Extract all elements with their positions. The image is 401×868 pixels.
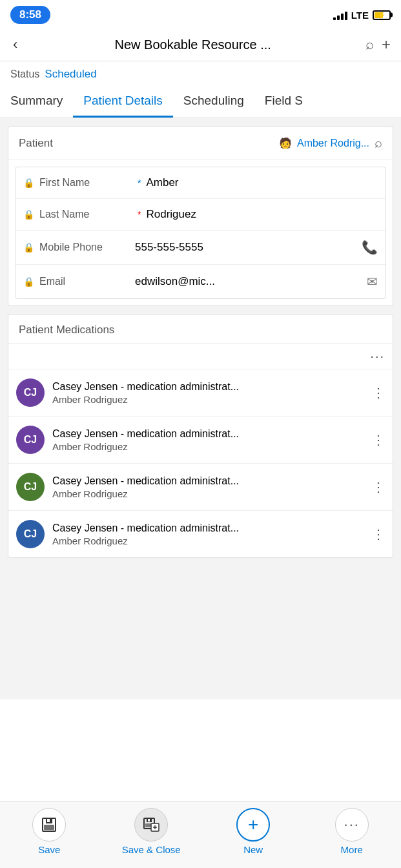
field-value-lastname[interactable]: Rodriguez — [146, 208, 378, 221]
save-icon — [40, 816, 58, 834]
save-close-label: Save & Close — [122, 844, 181, 855]
status-row: Status Scheduled — [0, 61, 401, 86]
person-icon: 🧑 — [279, 137, 292, 149]
field-label-email: Email — [39, 276, 130, 287]
avatar-1: CJ — [16, 426, 45, 454]
lock-icon-lastname: 🔒 — [23, 209, 34, 220]
new-plus-icon: + — [248, 814, 258, 835]
tab-summary[interactable]: Summary — [0, 86, 73, 118]
lock-icon-email: 🔒 — [23, 276, 34, 287]
med-options-3[interactable]: ⋮ — [372, 526, 385, 542]
add-button[interactable]: + — [382, 36, 391, 54]
svg-rect-2 — [44, 825, 54, 830]
patient-label: Patient — [19, 137, 53, 150]
med-patient-2: Amber Rodriguez — [52, 488, 364, 499]
med-item-1: CJ Casey Jensen - medication administrat… — [8, 417, 393, 464]
more-action[interactable]: ··· More — [326, 808, 378, 855]
new-label: New — [243, 844, 263, 855]
lock-icon-phone: 🔒 — [23, 242, 34, 253]
status-value[interactable]: Scheduled — [45, 68, 96, 81]
med-patient-3: Amber Rodriguez — [52, 535, 364, 546]
signal-icon — [333, 10, 347, 20]
main-content: Patient 🧑 Amber Rodrig... ⌕ 🔒 First Name… — [0, 118, 401, 699]
more-dots-icon: ··· — [344, 816, 360, 833]
med-info-2: Casey Jensen - medication administrat...… — [52, 475, 364, 499]
required-star-lastname: * — [138, 209, 141, 220]
avatar-0: CJ — [16, 378, 45, 407]
avatar-3: CJ — [16, 520, 45, 548]
required-star-firstname: * — [138, 178, 141, 188]
med-patient-0: Amber Rodriguez — [52, 394, 364, 405]
field-label-lastname: Last Name — [39, 209, 130, 220]
medications-card: Patient Medications ··· CJ Casey Jensen … — [8, 314, 393, 558]
lock-icon-firstname: 🔒 — [23, 178, 34, 188]
med-info-3: Casey Jensen - medication administrat...… — [52, 522, 364, 546]
med-item-2: CJ Casey Jensen - medication administrat… — [8, 464, 393, 511]
save-close-icon — [142, 816, 160, 834]
med-options-1[interactable]: ⋮ — [372, 432, 385, 448]
email-icon[interactable]: ✉ — [367, 274, 378, 289]
med-name-2: Casey Jensen - medication administrat... — [52, 475, 364, 487]
med-options-2[interactable]: ⋮ — [372, 479, 385, 495]
med-name-1: Casey Jensen - medication administrat... — [52, 428, 364, 440]
battery-icon: ⚡ — [373, 10, 391, 20]
med-options-0[interactable]: ⋮ — [372, 385, 385, 400]
field-row-email: 🔒 Email edwilson@mic... ✉ — [15, 265, 386, 298]
med-info-0: Casey Jensen - medication administrat...… — [52, 381, 364, 405]
med-item-0: CJ Casey Jensen - medication administrat… — [8, 369, 393, 417]
tab-patient-details[interactable]: Patient Details — [73, 86, 173, 118]
field-row-lastname: 🔒 Last Name * Rodriguez — [15, 199, 386, 231]
lte-label: LTE — [351, 10, 369, 21]
medications-title: Patient Medications — [19, 324, 114, 336]
field-label-phone: Mobile Phone — [39, 242, 130, 253]
med-toolbar: ··· — [8, 344, 393, 369]
save-label: Save — [38, 844, 60, 855]
save-icon-circle — [32, 808, 66, 842]
tabs-row: Summary Patient Details Scheduling Field… — [0, 86, 401, 118]
more-label: More — [341, 844, 363, 855]
field-row-firstname: 🔒 First Name * Amber — [15, 167, 386, 199]
field-value-email[interactable]: edwilson@mic... — [135, 275, 362, 288]
nav-header: ‹ New Bookable Resource ... ⌕ + — [0, 28, 401, 61]
med-info-1: Casey Jensen - medication administrat...… — [52, 428, 364, 452]
med-name-0: Casey Jensen - medication administrat... — [52, 381, 364, 393]
med-toolbar-options[interactable]: ··· — [370, 349, 385, 364]
tab-field-s[interactable]: Field S — [254, 86, 313, 118]
tab-scheduling[interactable]: Scheduling — [173, 86, 254, 118]
medications-header: Patient Medications — [8, 315, 393, 344]
field-row-phone: 🔒 Mobile Phone 555-555-5555 📞 — [15, 231, 386, 265]
field-label-firstname: First Name — [39, 177, 130, 189]
svg-rect-3 — [47, 819, 50, 822]
back-button[interactable]: ‹ — [10, 34, 20, 56]
save-action[interactable]: Save — [23, 808, 75, 855]
patient-card-header: Patient 🧑 Amber Rodrig... ⌕ — [8, 127, 393, 160]
patient-name[interactable]: Amber Rodrig... — [297, 138, 369, 149]
more-icon-circle: ··· — [335, 808, 369, 842]
field-value-phone[interactable]: 555-555-5555 — [135, 241, 356, 254]
avatar-2: CJ — [16, 473, 45, 501]
patient-link[interactable]: 🧑 Amber Rodrig... — [279, 137, 369, 149]
med-item-3: CJ Casey Jensen - medication administrat… — [8, 511, 393, 557]
search-button[interactable]: ⌕ — [365, 36, 374, 53]
med-patient-1: Amber Rodriguez — [52, 441, 364, 452]
fields-container: 🔒 First Name * Amber 🔒 Last Name * Rodri… — [15, 167, 386, 299]
svg-rect-7 — [148, 819, 150, 822]
patient-search-icon[interactable]: ⌕ — [375, 136, 382, 150]
bottom-action-bar: Save Save & Close + New ··· More — [0, 801, 401, 868]
field-value-firstname[interactable]: Amber — [146, 176, 378, 189]
call-icon[interactable]: 📞 — [362, 240, 378, 255]
new-action[interactable]: + New — [227, 808, 279, 855]
save-close-icon-circle — [134, 808, 168, 842]
save-close-action[interactable]: Save & Close — [122, 808, 181, 855]
new-icon-circle: + — [236, 808, 270, 842]
status-label: Status — [10, 68, 39, 80]
page-title: New Bookable Resource ... — [28, 37, 358, 52]
patient-card: Patient 🧑 Amber Rodrig... ⌕ 🔒 First Name… — [8, 126, 393, 306]
time-display: 8:58 — [10, 6, 50, 24]
status-icons: LTE ⚡ — [333, 10, 391, 21]
status-bar: 8:58 LTE ⚡ — [0, 0, 401, 28]
med-name-3: Casey Jensen - medication administrat... — [52, 522, 364, 534]
